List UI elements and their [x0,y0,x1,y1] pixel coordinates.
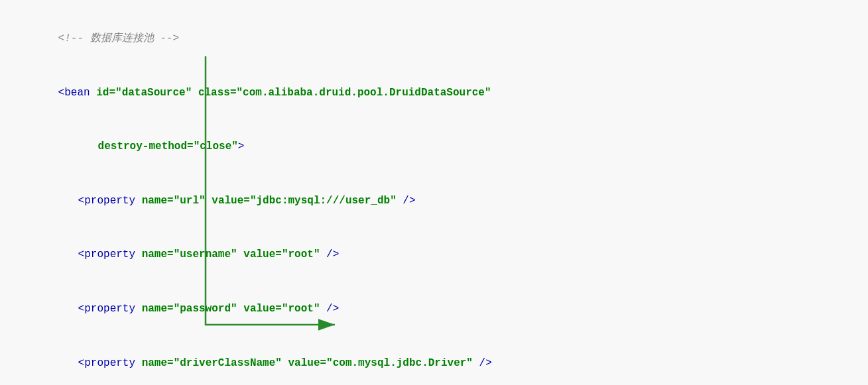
attr-class-1: class= [198,87,237,99]
val-destroy: "close" [194,140,238,152]
top-section: <!-- 数据库连接池 --> <bean id="dataSource" cl… [0,0,868,385]
val-name-3: "password" [174,303,237,315]
attr-value-4: value= [288,357,327,369]
val-value-2: "root" [282,248,320,260]
tag-bean-1: bean [64,87,90,99]
comment-text-1: <!-- 数据库连接池 --> [58,32,179,44]
attr-name-1: name= [142,195,174,207]
tag-prop-2: property [84,248,135,260]
attr-destroy: destroy-method= [98,140,194,152]
code-line-username: <property name="username" value="root" /… [20,228,848,282]
tag-prop-1: property [84,195,135,207]
attr-name-3: name= [142,303,174,315]
code-line-driver: <property name="driverClassName" value="… [20,336,848,385]
tag-prop-3: property [84,303,135,315]
bracket-prop-3: < [78,303,85,315]
attr-value-3: value= [243,303,282,315]
attr-value-1: value= [212,195,250,207]
val-value-4: "com.mysql.jdbc.Driver" [326,357,473,369]
bracket-1: < [58,87,65,99]
code-line-url: <property name="url" value="jdbc:mysql:/… [20,174,848,229]
bracket-prop-4: < [78,357,85,369]
attr-value-2: value= [243,248,282,260]
bracket-self-close-1: /> [403,195,415,207]
val-class-1: "com.alibaba.druid.pool.DruidDataSource" [236,87,491,99]
tag-prop-4: property [84,357,135,369]
code-container: <!-- 数据库连接池 --> <bean id="dataSource" cl… [0,0,868,385]
val-value-1: "jdbc:mysql:///user_db" [250,195,397,207]
comment-line-1: <!-- 数据库连接池 --> [20,12,848,66]
bracket-prop-1: < [78,195,85,207]
val-name-4: "driverClassName" [174,357,282,369]
code-line-password: <property name="password" value="root" /… [20,282,848,337]
attr-name-4: name= [142,357,174,369]
val-name-2: "username" [174,248,237,260]
bracket-self-close-4: /> [479,357,492,369]
bracket-prop-2: < [78,248,85,260]
attr-id-1: id= [96,87,115,99]
bracket-self-close-2: /> [326,248,339,260]
bracket-close-1: > [238,140,245,152]
val-name-1: "url" [174,195,206,207]
val-id-1: "dataSource" [115,87,192,99]
bracket-self-close-3: /> [326,303,339,315]
attr-name-2: name= [142,248,174,260]
val-value-3: "root" [282,303,320,315]
code-line-bean-open: <bean id="dataSource" class="com.alibaba… [20,66,848,121]
code-line-destroy: destroy-method="close"> [20,120,848,174]
